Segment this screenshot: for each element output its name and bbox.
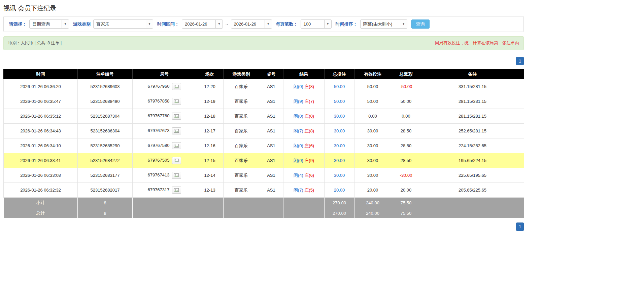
cell-game-type: 百家乐 [224, 79, 259, 94]
cell-payout: -50.00 [391, 79, 421, 94]
subtotal-valid-bet: 240.00 [354, 198, 391, 208]
cell-time: 2026-01-26 06:34:43 [4, 124, 78, 138]
cell-total-bet: 30.00 [325, 168, 354, 183]
table-footer: 小计 8 270.00 240.00 75.50 总计 8 2 [4, 198, 524, 218]
select-type-value: 日期查询 [30, 20, 62, 28]
table-row: 2026-01-26 06:34:43 523152686304 6797676… [4, 124, 524, 138]
total-bet-link[interactable]: 30.00 [334, 143, 345, 148]
cell-round-id: 679767858 [133, 94, 196, 109]
search-button[interactable]: 查询 [411, 19, 430, 29]
page-1-button[interactable]: 1 [516, 57, 524, 65]
cell-payout: 50.00 [391, 94, 421, 109]
cell-note: 205.65/225.65 [421, 183, 524, 198]
pagination-top: 1 [3, 57, 524, 65]
cell-table-no: AS1 [259, 183, 283, 198]
cell-game-type: 百家乐 [224, 109, 259, 124]
chevron-down-icon[interactable]: ▼ [146, 20, 153, 28]
round-id-text: 679767960 [147, 84, 169, 89]
cell-note: 281.15/281.15 [421, 109, 524, 124]
cell-total-bet: 30.00 [325, 138, 354, 153]
date-from-value: 2026-01-26 [182, 20, 215, 28]
total-bet-link[interactable]: 30.00 [334, 173, 345, 178]
cell-table-no: AS1 [259, 138, 283, 153]
cell-valid-bet: 50.00 [354, 79, 391, 94]
total-label: 总计 [4, 208, 78, 218]
page-size-value: 100 [301, 20, 324, 28]
cell-bet-id: 523152685290 [78, 138, 133, 153]
cell-total-bet: 50.00 [325, 79, 354, 94]
total-bet-link[interactable]: 30.00 [334, 128, 345, 133]
cell-session: 12-14 [196, 168, 224, 183]
cell-table-no: AS1 [259, 109, 283, 124]
result-banker: 庄(7) [304, 99, 314, 104]
cell-table-no: AS1 [259, 153, 283, 168]
result-player: 闲(0) [294, 158, 303, 163]
total-bet-link[interactable]: 50.00 [334, 84, 345, 89]
game-result-image-icon[interactable] [172, 142, 181, 149]
cell-result: 闲(0) 庄(9) [283, 153, 325, 168]
cell-result: 闲(7) 庄(5) [283, 183, 325, 198]
cell-result: 闲(0) 庄(8) [283, 79, 325, 94]
col-header-time: 时间 [4, 70, 78, 79]
game-result-image-icon[interactable] [172, 172, 181, 179]
cell-table-no: AS1 [259, 79, 283, 94]
result-banker: 庄(9) [304, 158, 314, 163]
total-bet-link[interactable]: 20.00 [334, 188, 345, 193]
sort-order-dropdown[interactable]: 降冪(由大到小) ▼ [360, 19, 407, 29]
total-count: 8 [78, 208, 133, 218]
col-header-valid-bet: 有效投注 [354, 70, 391, 79]
cell-round-id: 679767760 [133, 109, 196, 124]
table-row: 2026-01-26 06:36:20 523152689603 6797679… [4, 79, 524, 94]
chevron-down-icon[interactable]: ▼ [400, 20, 407, 28]
date-from-dropdown[interactable]: 2026-01-26 ▼ [182, 19, 223, 29]
total-bet-link[interactable]: 30.00 [334, 114, 345, 119]
game-result-image-icon[interactable] [172, 98, 181, 105]
date-to-dropdown[interactable]: 2026-01-26 ▼ [231, 19, 272, 29]
result-player: 闲(7) [294, 188, 303, 193]
total-bet-link[interactable]: 30.00 [334, 158, 345, 163]
cell-bet-id: 523152682017 [78, 183, 133, 198]
date-to-value: 2026-01-26 [231, 20, 265, 28]
cell-session: 12-15 [196, 153, 224, 168]
select-type-dropdown[interactable]: 日期查询 ▼ [29, 19, 69, 29]
total-bet-link[interactable]: 50.00 [334, 99, 345, 104]
chevron-down-icon[interactable]: ▼ [265, 20, 272, 28]
chevron-down-icon[interactable]: ▼ [62, 20, 69, 28]
result-banker: 庄(6) [304, 173, 314, 178]
sort-order-label: 时间排序： [336, 21, 358, 27]
summary-bar: 币别：人民币 | 总共 :8 注单 | 同局有效投注，统一计算在该局第一张注单内 [3, 36, 524, 50]
game-result-image-icon[interactable] [172, 113, 181, 120]
cell-time: 2026-01-26 06:33:41 [4, 153, 78, 168]
game-result-image-icon[interactable] [172, 83, 181, 90]
col-header-round-id: 局号 [133, 70, 196, 79]
cell-round-id: 679767317 [133, 183, 196, 198]
game-type-label: 游戏类别 [73, 21, 91, 27]
game-type-dropdown[interactable]: 百家乐 ▼ [93, 19, 153, 29]
cell-payout: 28.50 [391, 153, 421, 168]
chevron-down-icon[interactable]: ▼ [215, 20, 223, 28]
col-header-payout: 总派彩 [391, 70, 421, 79]
col-header-result: 结果 [283, 70, 325, 79]
cell-bet-id: 523152686304 [78, 124, 133, 138]
round-id-text: 679767673 [147, 128, 169, 133]
page-1-button[interactable]: 1 [516, 223, 524, 231]
game-result-image-icon[interactable] [172, 187, 181, 194]
cell-note: 224.15/252.65 [421, 138, 524, 153]
page-size-dropdown[interactable]: 100 ▼ [301, 19, 332, 29]
cell-result: 闲(0) 庄(6) [283, 138, 325, 153]
cell-valid-bet: 20.00 [354, 183, 391, 198]
currency-total-text: 币别：人民币 | 总共 :8 注单 | [8, 40, 62, 46]
chevron-down-icon[interactable]: ▼ [324, 20, 331, 28]
result-banker: 庄(0) [304, 114, 314, 119]
table-header: 时间 注单编号 局号 场次 游戏类别 桌号 结果 总投注 有效投注 总派彩 备注 [4, 70, 524, 79]
table-row: 2026-01-26 06:32:32 523152682017 6797673… [4, 183, 524, 198]
cell-round-id: 679767505 [133, 153, 196, 168]
col-header-game-type: 游戏类别 [224, 70, 259, 79]
game-result-image-icon[interactable] [172, 127, 181, 134]
cell-session: 12-20 [196, 79, 224, 94]
cell-total-bet: 50.00 [325, 94, 354, 109]
col-header-bet-id: 注单编号 [78, 70, 133, 79]
game-result-image-icon[interactable] [172, 157, 181, 164]
col-header-note: 备注 [421, 70, 524, 79]
result-banker: 庄(8) [304, 128, 314, 133]
